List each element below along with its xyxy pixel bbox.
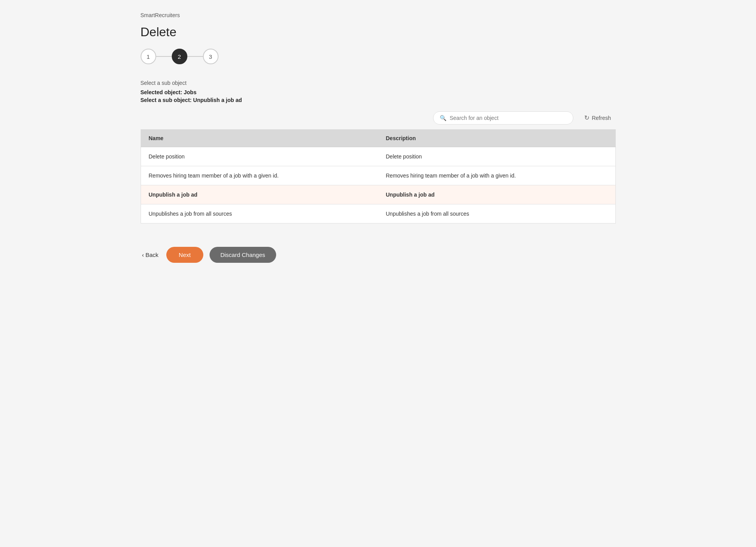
objects-table: Name Description Delete position Delete …: [141, 129, 616, 223]
col-name: Name: [141, 130, 378, 147]
search-box: 🔍: [433, 111, 573, 125]
cell-name: Unpublish a job ad: [141, 185, 378, 204]
cell-description: Removes hiring team member of a job with…: [378, 166, 616, 185]
col-description: Description: [378, 130, 616, 147]
back-chevron: ‹: [142, 252, 144, 258]
cell-name: Removes hiring team member of a job with…: [141, 166, 378, 185]
search-input[interactable]: [449, 115, 567, 121]
footer-actions: ‹ Back Next Discard Changes: [141, 239, 616, 263]
table-row[interactable]: Unpublishes a job from all sources Unpub…: [141, 204, 615, 223]
cell-name: Delete position: [141, 147, 378, 166]
cell-name: Unpublishes a job from all sources: [141, 204, 378, 223]
cell-description: Unpublish a job ad: [378, 185, 616, 204]
cell-description: Delete position: [378, 147, 616, 166]
next-button[interactable]: Next: [166, 247, 203, 263]
section-label: Select a sub object: [141, 80, 616, 86]
stepper: 1 2 3: [141, 49, 616, 64]
search-area: 🔍 ↻ Refresh: [433, 111, 615, 125]
back-button[interactable]: ‹ Back: [141, 248, 160, 261]
step-line-1: [156, 56, 172, 57]
selected-sub-object-label: Select a sub object: Unpublish a job ad: [141, 97, 616, 103]
brand-link[interactable]: SmartRecruiters: [141, 12, 180, 18]
refresh-button[interactable]: ↻ Refresh: [580, 111, 615, 125]
step-2[interactable]: 2: [172, 49, 187, 64]
table-controls: 🔍 ↻ Refresh: [141, 111, 616, 125]
refresh-label: Refresh: [592, 115, 611, 121]
selected-object-label: Selected object: Jobs: [141, 89, 616, 95]
step-line-2: [187, 56, 203, 57]
step-1[interactable]: 1: [141, 49, 156, 64]
cell-description: Unpublishes a job from all sources: [378, 204, 616, 223]
page-title: Delete: [141, 25, 616, 39]
table-row[interactable]: Removes hiring team member of a job with…: [141, 166, 615, 185]
search-icon: 🔍: [440, 115, 446, 121]
table-row[interactable]: Unpublish a job ad Unpublish a job ad: [141, 185, 615, 204]
back-label: Back: [146, 252, 159, 258]
discard-button[interactable]: Discard Changes: [210, 247, 276, 263]
table-row[interactable]: Delete position Delete position: [141, 147, 615, 166]
step-3[interactable]: 3: [203, 49, 219, 64]
refresh-icon: ↻: [584, 114, 589, 121]
